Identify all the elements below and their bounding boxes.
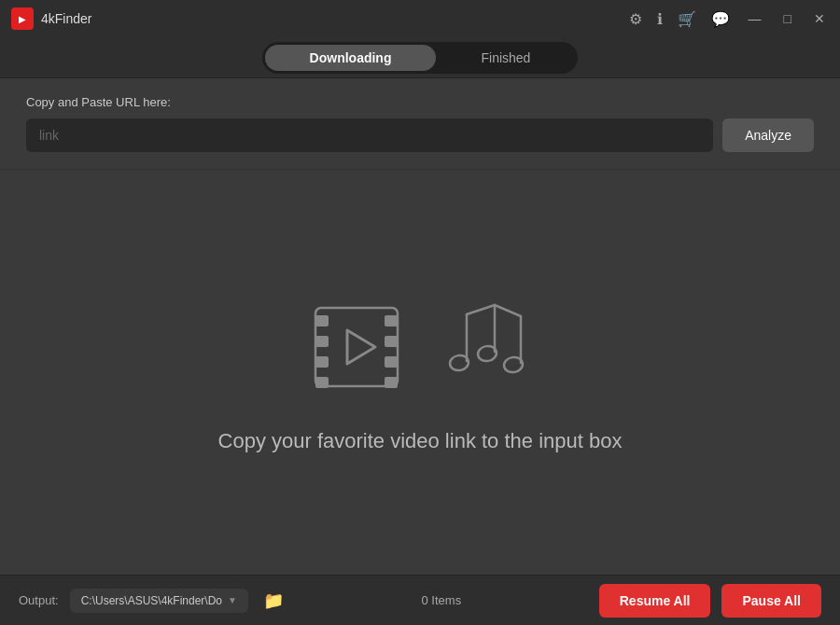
output-label: Output: bbox=[19, 593, 59, 607]
items-count: 0 Items bbox=[295, 593, 588, 607]
main-content: Copy your favorite video link to the inp… bbox=[0, 170, 840, 575]
icons-area bbox=[299, 291, 541, 407]
svg-rect-1 bbox=[315, 315, 329, 326]
info-icon[interactable]: ℹ bbox=[657, 10, 663, 28]
svg-rect-7 bbox=[385, 356, 398, 368]
svg-rect-8 bbox=[385, 377, 398, 388]
svg-rect-5 bbox=[385, 315, 398, 326]
tab-bar: Downloading Finished bbox=[0, 37, 840, 78]
url-input[interactable] bbox=[26, 118, 713, 152]
svg-rect-6 bbox=[385, 336, 398, 347]
tab-downloading[interactable]: Downloading bbox=[265, 45, 437, 71]
tab-finished[interactable]: Finished bbox=[436, 45, 575, 71]
svg-line-17 bbox=[495, 305, 521, 316]
pause-all-button[interactable]: Pause All bbox=[721, 584, 821, 618]
music-icon bbox=[439, 296, 541, 402]
chat-icon[interactable]: 💬 bbox=[711, 10, 730, 28]
chevron-down-icon: ▼ bbox=[228, 595, 237, 605]
minimize-button[interactable]: — bbox=[745, 9, 765, 28]
title-bar: 4kFinder ⚙ ℹ 🛒 💬 — □ ✕ bbox=[0, 0, 840, 37]
app-title: 4kFinder bbox=[41, 11, 91, 26]
film-icon bbox=[299, 291, 420, 407]
svg-rect-2 bbox=[315, 336, 329, 347]
analyze-button[interactable]: Analyze bbox=[722, 118, 814, 152]
svg-rect-4 bbox=[315, 377, 329, 388]
resume-all-button[interactable]: Resume All bbox=[599, 584, 711, 618]
svg-rect-3 bbox=[315, 356, 329, 368]
title-bar-controls: ⚙ ℹ 🛒 💬 — □ ✕ bbox=[629, 9, 829, 28]
folder-icon[interactable]: 📁 bbox=[263, 590, 284, 611]
maximize-button[interactable]: □ bbox=[780, 9, 795, 28]
url-label: Copy and Paste URL here: bbox=[26, 95, 814, 109]
cart-icon[interactable]: 🛒 bbox=[678, 10, 696, 28]
title-bar-left: 4kFinder bbox=[11, 7, 91, 30]
svg-point-13 bbox=[477, 344, 497, 362]
close-button[interactable]: ✕ bbox=[810, 9, 829, 28]
svg-point-16 bbox=[503, 355, 524, 373]
output-path[interactable]: C:\Users\ASUS\4kFinder\Do ▼ bbox=[70, 589, 248, 613]
svg-line-14 bbox=[467, 305, 495, 314]
url-row: Analyze bbox=[26, 118, 814, 152]
svg-point-11 bbox=[449, 354, 469, 371]
url-section: Copy and Paste URL here: Analyze bbox=[0, 78, 840, 170]
app-logo bbox=[11, 7, 34, 30]
output-path-text: C:\Users\ASUS\4kFinder\Do bbox=[81, 594, 222, 607]
tab-container: Downloading Finished bbox=[262, 42, 579, 74]
placeholder-text: Copy your favorite video link to the inp… bbox=[218, 429, 623, 453]
bottom-bar: Output: C:\Users\ASUS\4kFinder\Do ▼ 📁 0 … bbox=[0, 575, 840, 625]
settings-icon[interactable]: ⚙ bbox=[629, 10, 642, 28]
svg-marker-9 bbox=[347, 330, 375, 364]
